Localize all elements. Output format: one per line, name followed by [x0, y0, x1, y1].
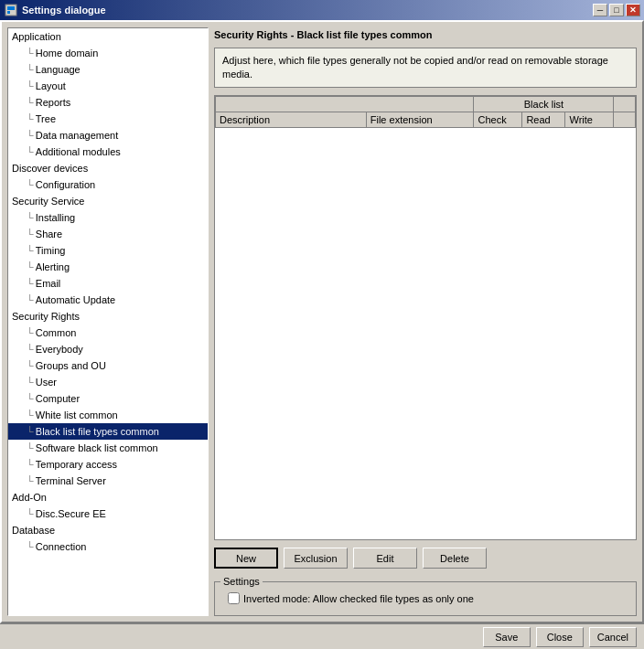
tree-item-application[interactable]: Application	[8, 28, 208, 45]
blacklist-group-header: Black list	[474, 97, 614, 112]
tree-item-share[interactable]: └Share	[8, 226, 208, 242]
delete-button[interactable]: Delete	[423, 548, 487, 569]
new-button[interactable]: New	[214, 548, 278, 569]
tree-item-security-rights[interactable]: Security Rights	[8, 308, 208, 324]
right-panel: Security Rights - Black list file types …	[209, 22, 642, 622]
exclusion-button[interactable]: Exclusion	[284, 548, 348, 569]
tree-item-temporary-access[interactable]: └Temporary access	[8, 456, 208, 473]
col-description: Description	[216, 112, 367, 128]
col-write: Write	[565, 112, 614, 128]
settings-group: Settings Inverted mode: Allow checked fi…	[214, 576, 637, 616]
table-column-header-row: Description File extension Check Read Wr…	[216, 112, 636, 128]
tree-item-layout[interactable]: └Layout	[8, 78, 208, 94]
tree-item-software-black-list-common[interactable]: └Software black list common	[8, 440, 208, 456]
cancel-button[interactable]: Cancel	[589, 627, 637, 647]
col-check: Check	[474, 112, 522, 128]
tree-item-groups-and-ou[interactable]: └Groups and OU	[8, 357, 208, 374]
tree-item-everybody[interactable]: └Everybody	[8, 341, 208, 357]
tree-item-home-domain[interactable]: └Home domain	[8, 45, 208, 61]
panel-title: Security Rights - Black list file types …	[214, 27, 637, 44]
tree-item-black-list-file-types-common[interactable]: └Black list file types common	[8, 423, 208, 440]
maximize-button[interactable]: □	[609, 4, 624, 16]
tree-item-language[interactable]: └Language	[8, 61, 208, 78]
tree-item-add-on[interactable]: Add-On	[8, 489, 208, 505]
tree-item-terminal-server[interactable]: └Terminal Server	[8, 473, 208, 489]
tree-item-connection[interactable]: └Connection	[8, 538, 208, 555]
tree-item-tree[interactable]: └Tree	[8, 111, 208, 127]
inverted-mode-label: Inverted mode: Allow checked file types …	[243, 593, 474, 604]
save-button[interactable]: Save	[483, 627, 531, 647]
tree-panel: Application└Home domain└Language└Layout└…	[7, 27, 209, 616]
tree-item-additional-modules[interactable]: └Additional modules	[8, 144, 208, 160]
title-bar: Settings dialogue ─ □ ✕	[0, 0, 644, 20]
close-bottom-button[interactable]: Close	[536, 627, 584, 647]
tree-item-configuration[interactable]: └Configuration	[8, 176, 208, 193]
inverted-mode-checkbox-area: Inverted mode: Allow checked file types …	[228, 592, 474, 604]
inverted-mode-checkbox[interactable]	[228, 592, 240, 604]
minimize-button[interactable]: ─	[593, 4, 607, 16]
title-bar-icon	[4, 3, 18, 17]
tree-item-user[interactable]: └User	[8, 374, 208, 390]
tree-item-installing[interactable]: └Installing	[8, 209, 208, 226]
tree-item-disc-secure-ee[interactable]: └Disc.Secure EE	[8, 505, 208, 522]
title-bar-controls: ─ □ ✕	[593, 4, 640, 16]
dialog-body: Application└Home domain└Language└Layout└…	[0, 20, 644, 623]
empty-group-header	[216, 97, 474, 112]
tree-item-common[interactable]: └Common	[8, 324, 208, 341]
title-bar-title: Settings dialogue	[22, 5, 593, 16]
tree-item-database[interactable]: Database	[8, 522, 208, 538]
table-group-header-row: Black list	[216, 97, 636, 112]
tree-item-automatic-update[interactable]: └Automatic Update	[8, 292, 208, 308]
tree-item-computer[interactable]: └Computer	[8, 390, 208, 407]
col-read: Read	[522, 112, 565, 128]
tree-item-data-management[interactable]: └Data management	[8, 127, 208, 144]
tree-item-alerting[interactable]: └Alerting	[8, 259, 208, 275]
svg-rect-2	[7, 11, 10, 14]
extra-header	[614, 97, 636, 112]
tree-item-white-list-common[interactable]: └White list common	[8, 407, 208, 423]
settings-content: Inverted mode: Allow checked file types …	[220, 589, 630, 610]
col-file-extension: File extension	[366, 112, 474, 128]
tree-item-discover-devices[interactable]: Discover devices	[8, 160, 208, 176]
file-types-table: Black list Description File extension Ch…	[215, 96, 636, 128]
description-box: Adjust here, which file types generally …	[214, 48, 637, 88]
svg-rect-1	[7, 6, 15, 10]
tree-item-timing[interactable]: └Timing	[8, 242, 208, 259]
edit-button[interactable]: Edit	[353, 548, 417, 569]
settings-legend: Settings	[220, 576, 263, 587]
action-buttons-row: New Exclusion Edit Delete	[214, 544, 637, 572]
table-container: Black list Description File extension Ch…	[214, 95, 637, 540]
col-extra	[614, 112, 636, 128]
tree-item-email[interactable]: └Email	[8, 275, 208, 292]
bottom-bar: Save Close Cancel	[0, 623, 644, 649]
tree-item-security-service[interactable]: Security Service	[8, 193, 208, 209]
close-button[interactable]: ✕	[626, 4, 640, 16]
tree-item-reports[interactable]: └Reports	[8, 94, 208, 111]
